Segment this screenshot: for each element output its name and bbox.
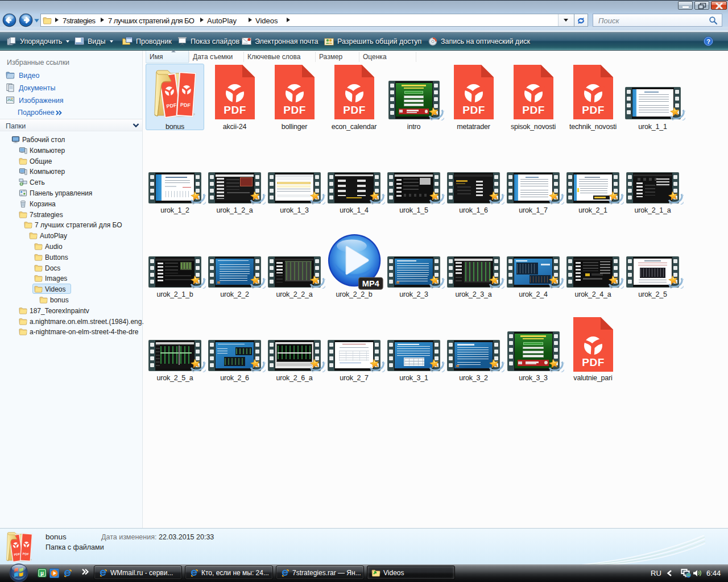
svg-text:µ: µ [40,569,44,576]
svg-text:PDF: PDF [224,104,246,116]
svg-text:PDF: PDF [343,104,366,116]
svg-text:PDF: PDF [462,104,485,116]
svg-text:?: ? [706,38,710,45]
svg-text:PDF: PDF [582,356,605,368]
svg-text:MP4: MP4 [362,279,379,288]
svg-text:PDF: PDF [22,552,29,556]
svg-text:PDF: PDF [180,102,191,108]
svg-text:PDF: PDF [522,104,545,116]
svg-text:PDF: PDF [582,104,605,116]
svg-text:PDF: PDF [283,104,306,116]
